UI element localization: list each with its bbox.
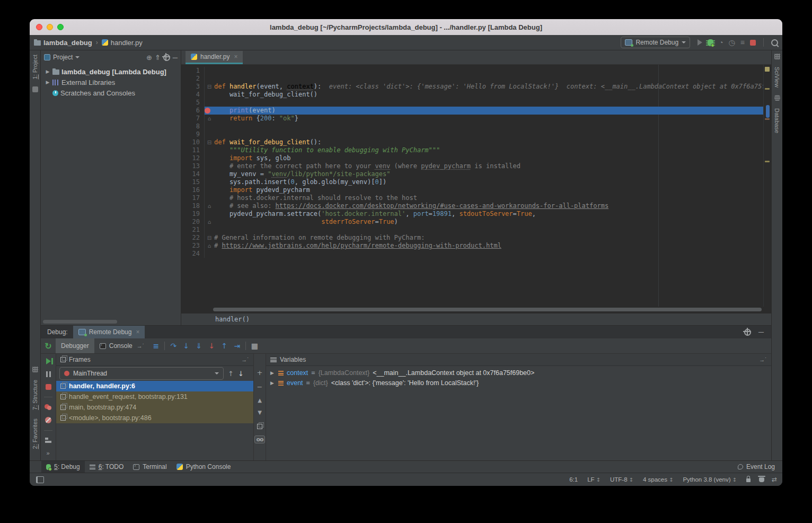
move-down-icon[interactable]: ▼ [258, 409, 262, 415]
step-into-icon[interactable]: ↓ [180, 340, 192, 352]
breakpoint-dot[interactable] [205, 108, 210, 114]
line-number[interactable]: 6 [181, 107, 205, 115]
status-item[interactable]: UTF-8↕ [610, 476, 633, 483]
expand-arrow-icon[interactable]: ▶ [270, 370, 275, 376]
close-icon[interactable]: × [136, 328, 139, 336]
status-item[interactable]: 6:1 [569, 476, 578, 483]
pin-icon[interactable]: →˙ [759, 356, 767, 363]
line-number[interactable]: 18 [181, 202, 205, 210]
expand-arrow-icon[interactable]: ▶ [270, 380, 275, 386]
chevron-down-icon[interactable] [75, 56, 80, 60]
debug-session-tab[interactable]: Remote Debug × [73, 326, 145, 338]
error-stripe[interactable] [763, 65, 771, 307]
line-number[interactable]: 1 [181, 67, 205, 75]
inspection-status-square[interactable] [765, 67, 770, 72]
step-into-my-code-icon[interactable]: ↓ [205, 340, 218, 352]
view-breakpoints-grid-icon[interactable]: ▦ [248, 340, 261, 352]
stripe-mark[interactable] [765, 118, 770, 120]
stack-frame-row[interactable]: handle_event_request, bootstrap.py:131 [56, 391, 253, 402]
line-number[interactable]: 7 [181, 115, 205, 123]
stop-button[interactable] [750, 40, 756, 46]
toolwindow-tab-todo[interactable]: 6: TODO [85, 461, 129, 473]
fold-marker-icon[interactable]: ⊟ [205, 83, 214, 91]
toolwindow-button-sciview[interactable]: SciView [774, 63, 780, 92]
debug-button[interactable] [708, 39, 713, 46]
locate-file-icon[interactable]: ⊕ [146, 54, 152, 62]
editor-hscrollbar[interactable] [213, 308, 762, 311]
fold-marker-icon[interactable]: ⊟ [205, 138, 214, 146]
line-number[interactable]: 16 [181, 186, 205, 194]
hide-panel-icon[interactable]: ─ [758, 328, 764, 336]
stop-icon[interactable] [46, 384, 51, 390]
rerun-icon[interactable]: ↻ [41, 341, 56, 351]
toolwindow-tab-terminal[interactable]: Terminal [128, 461, 171, 473]
editor-tab-handler-py[interactable]: handler.py × [186, 51, 243, 64]
line-number[interactable]: 21 [181, 226, 205, 234]
thread-select[interactable]: MainThread [59, 367, 224, 380]
toolwindow-button-database[interactable]: Database [774, 104, 780, 137]
project-tree-item[interactable]: ▶lambda_debug [Lambda Debug] [41, 66, 181, 77]
event-log-button[interactable]: Event Log [738, 463, 782, 470]
line-number[interactable]: 17 [181, 194, 205, 202]
fold-marker-icon[interactable]: ⌂ [205, 202, 214, 210]
move-up-icon[interactable]: ▲ [258, 397, 262, 403]
fold-marker-icon[interactable]: ⌂ [205, 115, 214, 123]
line-number[interactable]: 24 [181, 250, 205, 258]
run-to-cursor-icon[interactable]: ⇥ [231, 340, 243, 352]
step-over-icon[interactable]: ↷ [167, 340, 180, 352]
line-number[interactable]: 4 [181, 91, 205, 99]
line-number[interactable]: 23 [181, 242, 205, 250]
toolwindow-toggle-icon[interactable] [36, 476, 44, 483]
stack-frame-row[interactable]: main, bootstrap.py:474 [56, 402, 253, 413]
inspections-profile-icon[interactable] [759, 477, 764, 482]
line-number[interactable]: 20 [181, 218, 205, 226]
coverage-icon[interactable]: ◔ [719, 38, 723, 47]
fold-marker-icon[interactable]: ⌂ [205, 242, 214, 250]
project-tree-item[interactable]: ▶External Libraries [41, 77, 181, 88]
project-hscrollbar[interactable] [43, 320, 117, 324]
restore-layout-icon[interactable] [45, 438, 51, 443]
line-number[interactable]: 8 [181, 123, 205, 130]
project-tree-item[interactable]: Scratches and Consoles [41, 88, 181, 98]
search-everywhere-icon[interactable] [771, 39, 778, 46]
expand-arrow-icon[interactable]: ▶ [45, 69, 50, 74]
toolwindow-button-favorites[interactable]: 2: Favorites [32, 414, 38, 453]
line-number[interactable]: 12 [181, 154, 205, 162]
toolwindow-button-project[interactable]: 1: Project [32, 50, 38, 83]
profiler-icon[interactable]: ◷ [729, 38, 735, 47]
fold-marker-icon[interactable]: ⊟ [205, 234, 214, 242]
tab-console[interactable]: Console →˙ [94, 338, 150, 353]
toolwindow-tab-debug[interactable]: 5: Debug [41, 461, 85, 473]
pause-program-icon[interactable] [46, 371, 51, 377]
show-watches-icon[interactable]: oo [254, 435, 264, 443]
variable-row[interactable]: ▶event = {dict} <class 'dict'>: {'messag… [266, 378, 771, 388]
force-step-into-icon[interactable]: ⇓ [192, 340, 205, 352]
stack-frame-row[interactable]: <module>, bootstrap.py:486 [56, 413, 253, 423]
sync-icon[interactable]: ⇄ [772, 476, 777, 483]
more-icon[interactable]: » [46, 450, 50, 456]
status-item[interactable]: LF↕ [587, 476, 601, 483]
line-number[interactable]: 15 [181, 178, 205, 186]
mute-breakpoints-icon[interactable] [45, 417, 51, 423]
line-number[interactable]: 9 [181, 130, 205, 138]
stripe-thumb[interactable] [766, 105, 770, 118]
pin-icon[interactable]: →˙ [241, 356, 249, 363]
run-button[interactable] [698, 39, 702, 46]
breadcrumb-file[interactable]: handler.py [111, 39, 143, 47]
collapse-all-icon[interactable]: ⇑ [155, 54, 161, 62]
tab-debugger[interactable]: Debugger [56, 338, 94, 353]
stripe-mark[interactable] [765, 88, 770, 90]
line-number[interactable]: 10 [181, 138, 205, 146]
line-number[interactable]: 13 [181, 162, 205, 170]
hide-panel-icon[interactable]: ─ [173, 54, 178, 62]
lock-icon[interactable] [746, 478, 751, 482]
status-item[interactable]: 4 spaces↕ [643, 476, 673, 483]
previous-frame-icon[interactable]: ↑ [228, 370, 234, 378]
gear-icon[interactable] [163, 54, 170, 61]
concurrency-icon[interactable]: ≡ [740, 38, 745, 47]
breadcrumb-project[interactable]: lambda_debug [43, 39, 92, 47]
stripe-mark[interactable] [765, 161, 770, 162]
resume-program-icon[interactable] [46, 358, 51, 364]
line-number[interactable]: 11 [181, 146, 205, 154]
code-area[interactable]: 123⊟def handler(event, context): event: … [181, 65, 771, 307]
